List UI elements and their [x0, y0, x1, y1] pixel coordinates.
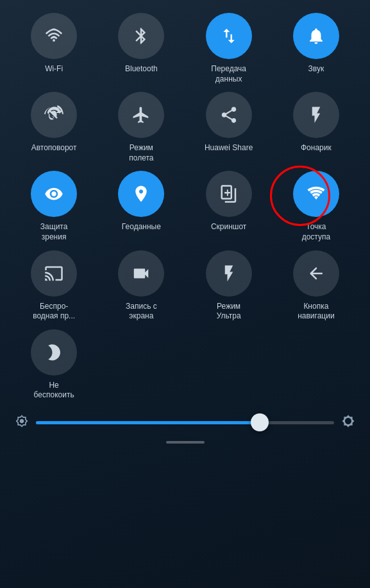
quick-settings-grid: Wi-Fi Bluetooth Передачаданных Звук — [13, 13, 357, 401]
airplane-icon-circle — [118, 92, 164, 138]
hotspot-label: Точкадоступа — [302, 222, 330, 242]
brightness-low-icon — [15, 415, 28, 431]
tile-screenshot[interactable]: Скриншот — [188, 171, 270, 242]
tile-navbutton[interactable]: Кнопканавигации — [275, 250, 357, 322]
tile-geodata[interactable]: Геоданные — [100, 171, 182, 242]
tile-airplane[interactable]: Режимполета — [100, 92, 182, 163]
wifi-icon-circle — [31, 13, 77, 59]
tile-bluetooth[interactable]: Bluetooth — [100, 13, 182, 84]
eyeprotection-label: Защитазрения — [40, 222, 68, 242]
navbutton-label: Кнопканавигации — [298, 302, 334, 322]
tile-dnd[interactable]: Небеспокоить — [13, 329, 95, 401]
ultramode-icon-circle — [206, 250, 252, 297]
tile-datatransfer[interactable]: Передачаданных — [188, 13, 270, 84]
datatransfer-icon-circle — [206, 13, 252, 59]
wifi-label: Wi-Fi — [45, 64, 63, 74]
home-indicator — [166, 441, 205, 444]
tile-eyeprotection[interactable]: Защитазрения — [13, 171, 95, 242]
hotspot-icon-circle — [293, 171, 339, 217]
tile-flashlight[interactable]: Фонарик — [275, 92, 357, 163]
tile-huaweishare[interactable]: Huawei Share — [188, 92, 270, 163]
flashlight-label: Фонарик — [301, 143, 332, 153]
datatransfer-label: Передачаданных — [211, 64, 246, 84]
sound-icon-circle — [293, 13, 339, 59]
brightness-track[interactable] — [36, 421, 334, 424]
screenrecord-icon-circle — [118, 250, 164, 297]
screenshot-icon-circle — [206, 171, 252, 217]
autorotate-label: Автоповорот — [31, 143, 77, 153]
dnd-label: Небеспокоить — [34, 381, 74, 401]
autorotate-icon-circle — [31, 92, 77, 138]
navbutton-icon-circle — [293, 250, 339, 297]
tile-hotspot[interactable]: Точкадоступа — [275, 171, 357, 242]
screenrecord-label: Запись сэкрана — [126, 302, 157, 322]
bluetooth-label: Bluetooth — [125, 64, 158, 74]
wireless-icon-circle — [31, 250, 77, 297]
tile-screenrecord[interactable]: Запись сэкрана — [100, 250, 182, 322]
tile-autorotate[interactable]: Автоповорот — [13, 92, 95, 163]
tile-ultramode[interactable]: РежимУльтра — [188, 250, 270, 322]
airplane-label: Режимполета — [129, 143, 153, 163]
geodata-label: Геоданные — [122, 222, 161, 232]
tile-sound[interactable]: Звук — [275, 13, 357, 84]
huaweishare-icon-circle — [206, 92, 252, 138]
huaweishare-label: Huawei Share — [205, 143, 253, 153]
flashlight-icon-circle — [293, 92, 339, 138]
dnd-icon-circle — [31, 329, 77, 376]
eyeprotection-icon-circle — [31, 171, 77, 217]
brightness-fill — [36, 421, 260, 424]
brightness-thumb[interactable] — [251, 413, 269, 431]
bluetooth-icon-circle — [118, 13, 164, 59]
wireless-label: Беспро-водная пр... — [33, 302, 75, 322]
screenshot-label: Скриншот — [211, 222, 246, 232]
brightness-high-icon — [342, 415, 355, 431]
ultramode-label: РежимУльтра — [217, 302, 241, 322]
sound-label: Звук — [308, 64, 324, 74]
brightness-row — [13, 415, 357, 431]
tile-wireless[interactable]: Беспро-водная пр... — [13, 250, 95, 322]
tile-wifi[interactable]: Wi-Fi — [13, 13, 95, 84]
geodata-icon-circle — [118, 171, 164, 217]
